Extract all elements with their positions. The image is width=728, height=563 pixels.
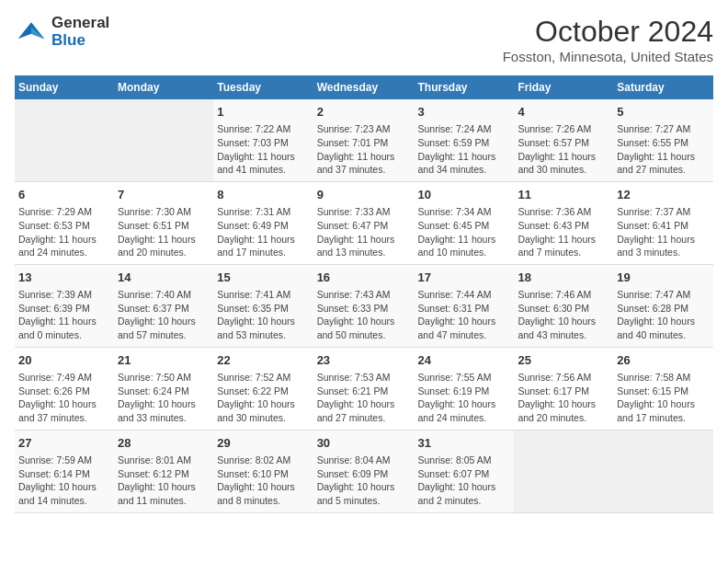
- page-header: General Blue October 2024 Fosston, Minne…: [15, 15, 713, 64]
- day-cell: 31Sunrise: 8:05 AMSunset: 6:07 PMDayligh…: [415, 430, 515, 512]
- svg-marker-1: [31, 27, 44, 39]
- day-number: 15: [217, 270, 309, 286]
- day-number: 16: [317, 270, 411, 286]
- calendar-title: October 2024: [503, 15, 713, 49]
- day-cell: 7Sunrise: 7:30 AMSunset: 6:51 PMDaylight…: [114, 181, 213, 264]
- day-cell: 2Sunrise: 7:23 AMSunset: 7:01 PMDaylight…: [313, 99, 415, 181]
- column-header-monday: Monday: [114, 75, 213, 99]
- day-cell: 4Sunrise: 7:26 AMSunset: 6:57 PMDaylight…: [514, 99, 613, 181]
- day-number: 8: [217, 187, 309, 203]
- day-info: Sunrise: 7:47 AMSunset: 6:28 PMDaylight:…: [617, 288, 710, 342]
- day-number: 19: [617, 270, 710, 286]
- day-info: Sunrise: 7:46 AMSunset: 6:30 PMDaylight:…: [518, 288, 609, 342]
- day-number: 5: [617, 104, 710, 121]
- day-cell: 26Sunrise: 7:58 AMSunset: 6:15 PMDayligh…: [613, 347, 713, 430]
- day-number: 17: [418, 270, 511, 286]
- logo: General Blue: [15, 15, 109, 49]
- week-row-1: 1Sunrise: 7:22 AMSunset: 7:03 PMDaylight…: [15, 99, 713, 181]
- day-info: Sunrise: 8:04 AMSunset: 6:09 PMDaylight:…: [317, 454, 411, 508]
- day-info: Sunrise: 7:55 AMSunset: 6:19 PMDaylight:…: [418, 371, 511, 425]
- day-number: 10: [418, 187, 511, 203]
- logo-icon: [15, 16, 48, 49]
- week-row-4: 20Sunrise: 7:49 AMSunset: 6:26 PMDayligh…: [15, 347, 713, 430]
- logo-line2: Blue: [51, 32, 109, 50]
- day-info: Sunrise: 7:41 AMSunset: 6:35 PMDaylight:…: [217, 288, 309, 342]
- day-info: Sunrise: 7:52 AMSunset: 6:22 PMDaylight:…: [217, 371, 309, 425]
- day-info: Sunrise: 7:53 AMSunset: 6:21 PMDaylight:…: [317, 371, 411, 425]
- day-number: 27: [18, 435, 110, 452]
- day-cell: 9Sunrise: 7:33 AMSunset: 6:47 PMDaylight…: [313, 181, 415, 264]
- day-number: 13: [18, 270, 110, 286]
- day-cell: 19Sunrise: 7:47 AMSunset: 6:28 PMDayligh…: [613, 264, 713, 347]
- day-cell: 24Sunrise: 7:55 AMSunset: 6:19 PMDayligh…: [415, 347, 515, 430]
- day-info: Sunrise: 7:33 AMSunset: 6:47 PMDaylight:…: [317, 205, 411, 259]
- day-info: Sunrise: 7:27 AMSunset: 6:55 PMDaylight:…: [617, 122, 710, 177]
- column-header-saturday: Saturday: [613, 75, 713, 99]
- day-cell: 22Sunrise: 7:52 AMSunset: 6:22 PMDayligh…: [213, 347, 313, 430]
- day-cell: 3Sunrise: 7:24 AMSunset: 6:59 PMDaylight…: [415, 99, 515, 181]
- day-cell: 6Sunrise: 7:29 AMSunset: 6:53 PMDaylight…: [15, 181, 114, 264]
- day-info: Sunrise: 7:44 AMSunset: 6:31 PMDaylight:…: [418, 288, 511, 342]
- day-info: Sunrise: 7:58 AMSunset: 6:15 PMDaylight:…: [617, 371, 710, 425]
- day-number: 18: [518, 270, 609, 286]
- column-header-sunday: Sunday: [15, 75, 114, 99]
- day-info: Sunrise: 7:22 AMSunset: 7:03 PMDaylight:…: [217, 122, 309, 177]
- day-number: 4: [518, 104, 609, 121]
- day-number: 6: [18, 187, 110, 203]
- day-cell: 14Sunrise: 7:40 AMSunset: 6:37 PMDayligh…: [114, 264, 213, 347]
- day-info: Sunrise: 7:56 AMSunset: 6:17 PMDaylight:…: [518, 371, 609, 425]
- day-cell: 20Sunrise: 7:49 AMSunset: 6:26 PMDayligh…: [15, 347, 114, 430]
- day-number: 3: [418, 104, 511, 121]
- day-info: Sunrise: 7:23 AMSunset: 7:01 PMDaylight:…: [317, 122, 411, 177]
- calendar-header: SundayMondayTuesdayWednesdayThursdayFrid…: [15, 75, 713, 99]
- day-number: 21: [118, 352, 210, 369]
- day-number: 22: [217, 352, 309, 369]
- day-cell: 11Sunrise: 7:36 AMSunset: 6:43 PMDayligh…: [514, 181, 613, 264]
- day-number: 2: [317, 104, 411, 121]
- day-info: Sunrise: 7:49 AMSunset: 6:26 PMDaylight:…: [18, 371, 110, 425]
- day-info: Sunrise: 7:37 AMSunset: 6:41 PMDaylight:…: [617, 205, 710, 259]
- day-cell: 21Sunrise: 7:50 AMSunset: 6:24 PMDayligh…: [114, 347, 213, 430]
- day-cell: 13Sunrise: 7:39 AMSunset: 6:39 PMDayligh…: [15, 264, 114, 347]
- day-info: Sunrise: 8:05 AMSunset: 6:07 PMDaylight:…: [418, 454, 511, 508]
- calendar-subtitle: Fosston, Minnesota, United States: [503, 49, 713, 64]
- day-cell: 15Sunrise: 7:41 AMSunset: 6:35 PMDayligh…: [213, 264, 313, 347]
- day-number: 30: [317, 435, 411, 452]
- column-header-tuesday: Tuesday: [213, 75, 313, 99]
- day-number: 14: [118, 270, 210, 286]
- day-cell: 28Sunrise: 8:01 AMSunset: 6:12 PMDayligh…: [114, 430, 213, 512]
- column-header-friday: Friday: [514, 75, 613, 99]
- column-header-wednesday: Wednesday: [313, 75, 415, 99]
- day-cell: 25Sunrise: 7:56 AMSunset: 6:17 PMDayligh…: [514, 347, 613, 430]
- week-row-3: 13Sunrise: 7:39 AMSunset: 6:39 PMDayligh…: [15, 264, 713, 347]
- day-info: Sunrise: 7:30 AMSunset: 6:51 PMDaylight:…: [118, 205, 210, 259]
- day-number: 26: [617, 352, 710, 369]
- calendar-table: SundayMondayTuesdayWednesdayThursdayFrid…: [15, 75, 713, 513]
- day-number: 11: [518, 187, 609, 203]
- day-cell: 1Sunrise: 7:22 AMSunset: 7:03 PMDaylight…: [213, 99, 313, 181]
- day-cell: 27Sunrise: 7:59 AMSunset: 6:14 PMDayligh…: [15, 430, 114, 512]
- day-info: Sunrise: 8:02 AMSunset: 6:10 PMDaylight:…: [217, 454, 309, 508]
- day-info: Sunrise: 7:39 AMSunset: 6:39 PMDaylight:…: [18, 288, 110, 342]
- day-info: Sunrise: 7:59 AMSunset: 6:14 PMDaylight:…: [18, 454, 110, 508]
- day-cell: 12Sunrise: 7:37 AMSunset: 6:41 PMDayligh…: [613, 181, 713, 264]
- logo-line1: General: [51, 15, 109, 32]
- day-info: Sunrise: 8:01 AMSunset: 6:12 PMDaylight:…: [118, 454, 210, 508]
- day-cell: 18Sunrise: 7:46 AMSunset: 6:30 PMDayligh…: [514, 264, 613, 347]
- week-row-5: 27Sunrise: 7:59 AMSunset: 6:14 PMDayligh…: [15, 430, 713, 512]
- day-info: Sunrise: 7:24 AMSunset: 6:59 PMDaylight:…: [418, 122, 511, 177]
- day-cell: 23Sunrise: 7:53 AMSunset: 6:21 PMDayligh…: [313, 347, 415, 430]
- column-header-thursday: Thursday: [415, 75, 515, 99]
- day-info: Sunrise: 7:29 AMSunset: 6:53 PMDaylight:…: [18, 205, 110, 259]
- day-cell: 10Sunrise: 7:34 AMSunset: 6:45 PMDayligh…: [415, 181, 515, 264]
- day-number: 29: [217, 435, 309, 452]
- day-cell: 30Sunrise: 8:04 AMSunset: 6:09 PMDayligh…: [313, 430, 415, 512]
- day-cell: [613, 430, 713, 512]
- day-number: 28: [118, 435, 210, 452]
- day-number: 24: [418, 352, 511, 369]
- day-info: Sunrise: 7:40 AMSunset: 6:37 PMDaylight:…: [118, 288, 210, 342]
- day-cell: 17Sunrise: 7:44 AMSunset: 6:31 PMDayligh…: [415, 264, 515, 347]
- day-number: 7: [118, 187, 210, 203]
- day-info: Sunrise: 7:43 AMSunset: 6:33 PMDaylight:…: [317, 288, 411, 342]
- day-number: 12: [617, 187, 710, 203]
